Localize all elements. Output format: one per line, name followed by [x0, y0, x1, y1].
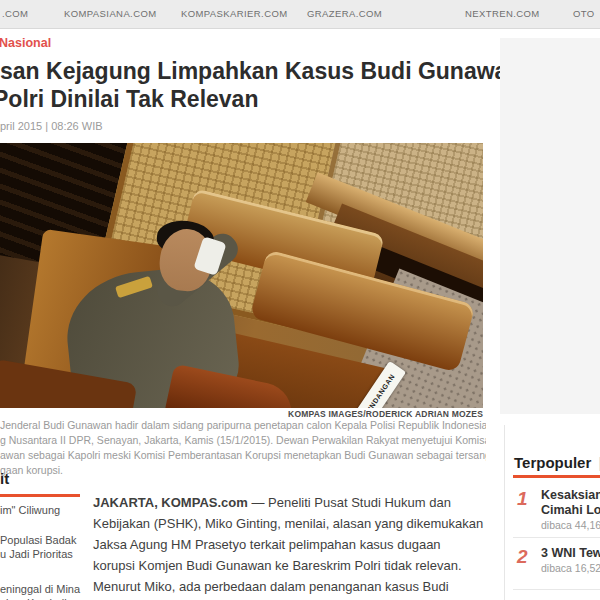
publish-date: pril 2015 | 08:26 WIB: [0, 120, 103, 132]
network-link-kompasiana[interactable]: KOMPASIANA.COM: [64, 0, 157, 28]
network-link-kompaskarier[interactable]: KOMPASKARIER.COM: [181, 0, 288, 28]
terpopuler-read-count: dibaca 44,166: [541, 519, 600, 531]
body-line: Jaksa Agung HM Prasetyo terkait pelimpah…: [93, 534, 493, 555]
related-link[interactable]: Populasi Badak u Jadi Prioritas: [0, 533, 86, 561]
body-line: Menurut Miko, ada perbedaan dalam penang…: [93, 576, 493, 597]
network-sites-bar: .COM KOMPASIANA.COM KOMPASKARIER.COM GRA…: [0, 0, 600, 29]
terpopuler-rank: 2: [517, 546, 528, 568]
related-link-line: u Jadi Prioritas: [0, 547, 86, 561]
network-link-nextren[interactable]: NEXTREN.COM: [465, 0, 540, 28]
related-link-line: elum Kembali: [0, 596, 86, 600]
terpopuler-title-line: Kesaksian N: [541, 488, 600, 503]
related-link-line: Populasi Badak: [0, 533, 86, 547]
article-page: .COM KOMPASIANA.COM KOMPASKARIER.COM GRA…: [0, 0, 600, 600]
caption-line: Jenderal Budi Gunawan hadir dalam sidang…: [0, 418, 486, 433]
terpopuler-heading[interactable]: Terpopuler|: [514, 454, 600, 471]
photo-caption: Jenderal Budi Gunawan hadir dalam sidang…: [0, 418, 486, 478]
terpopuler-item-divider: [513, 537, 600, 538]
related-link[interactable]: eninggal di Mina elum Kembali: [0, 582, 86, 600]
related-link-line: eninggal di Mina: [0, 582, 86, 596]
terpopuler-item[interactable]: 2 3 WNI Tewa dibaca 16,523: [513, 546, 600, 574]
caption-line: gaan korupsi.: [0, 463, 486, 478]
caption-line: awan sebagai Kapolri meski Komisi Pember…: [0, 448, 486, 463]
network-link-kompas[interactable]: .COM: [2, 0, 28, 28]
terpopuler-title-line: Cimahi Lolo: [541, 503, 600, 518]
article-title-line2: Polri Dinilai Tak Relevan: [0, 85, 520, 113]
category-label[interactable]: Nasional: [0, 36, 51, 50]
body-line: korupsi Komjen Budi Gunawan ke Bareskrim…: [93, 555, 493, 576]
network-link-oto[interactable]: OTO: [573, 0, 595, 28]
ad-placeholder: [500, 38, 600, 414]
terpopuler-title: 3 WNI Tewa: [541, 546, 600, 561]
terpopuler-item[interactable]: 1 Kesaksian N Cimahi Lolo dibaca 44,166: [513, 488, 600, 531]
terpopuler-read-count: dibaca 16,523: [541, 562, 600, 574]
related-heading: it: [0, 470, 9, 487]
related-link[interactable]: im" Ciliwung: [0, 503, 86, 517]
related-heading-underline: [0, 494, 80, 497]
article-photo: UNDANGAN: [0, 143, 483, 408]
body-line: Kebijakan (PSHK), Miko Ginting, menilai,…: [93, 513, 493, 534]
article-title: san Kejagung Limpahkan Kasus Budi Gunawa…: [0, 57, 520, 113]
related-link-line: im" Ciliwung: [0, 503, 86, 517]
terpopuler-item-divider: [513, 589, 600, 590]
terpopuler-underline: [513, 475, 600, 478]
body-line-text: — Peneliti Pusat Studi Hukum dan: [248, 495, 451, 510]
sidebar-divider: [504, 425, 505, 600]
terpopuler-rank: 1: [517, 488, 528, 510]
body-lead: JAKARTA, KOMPAS.com: [93, 495, 248, 510]
terpopuler-title: Kesaksian N Cimahi Lolo: [541, 488, 600, 518]
article-title-line1: san Kejagung Limpahkan Kasus Budi Gunawa…: [0, 57, 520, 85]
caption-line: g Nusantara II DPR, Senayan, Jakarta, Ka…: [0, 433, 486, 448]
terpopuler-heading-label: Terpopuler: [514, 454, 591, 471]
terpopuler-title-line: 3 WNI Tewa: [541, 546, 600, 561]
body-line: JAKARTA, KOMPAS.com — Peneliti Pusat Stu…: [93, 492, 493, 513]
network-link-grazera[interactable]: GRAZERA.COM: [307, 0, 382, 28]
article-body: JAKARTA, KOMPAS.com — Peneliti Pusat Stu…: [93, 492, 493, 600]
